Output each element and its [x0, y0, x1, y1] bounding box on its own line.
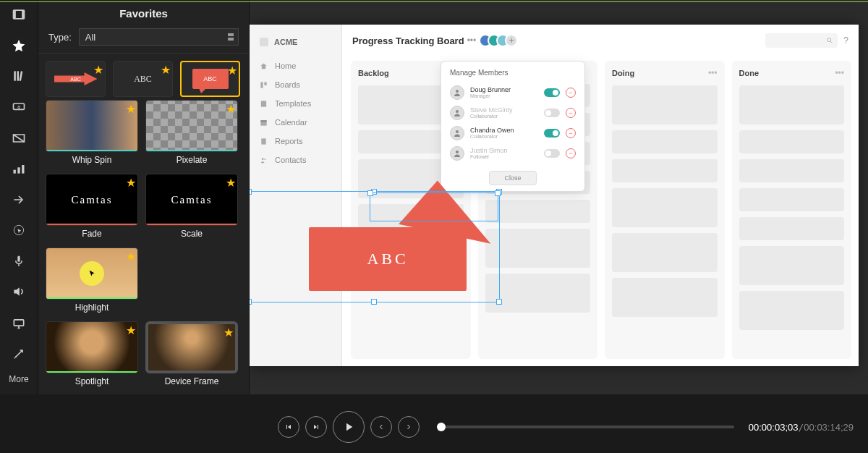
- svg-rect-2: [22, 10, 24, 19]
- star-icon: ★: [93, 63, 103, 77]
- thumb-label: Whip Spin: [72, 155, 112, 165]
- selection-box-inner[interactable]: [370, 192, 498, 221]
- avatar-icon: [450, 85, 464, 100]
- svg-rect-10: [22, 165, 24, 174]
- svg-rect-20: [260, 120, 266, 122]
- thumb-callout-text[interactable]: ★ ABC: [113, 61, 173, 97]
- thumb-fade[interactable]: ★ Camtas Fade: [46, 174, 138, 245]
- member-row: Justin SimonFollower−: [450, 143, 576, 164]
- svg-rect-4: [17, 72, 20, 81]
- member-row: Chandra OwenCollaborator−: [450, 123, 576, 143]
- thumb-highlight[interactable]: ★ Highlight: [46, 247, 138, 318]
- svg-rect-13: [14, 320, 23, 326]
- mock-header: Progress Tracking Board ••• + ?: [342, 25, 859, 56]
- remove-icon: −: [566, 88, 576, 98]
- member-name: Chandra Owen: [470, 127, 538, 135]
- play-button[interactable]: [333, 411, 365, 443]
- thumb-spotlight[interactable]: ★ Spotlight: [46, 321, 138, 392]
- help-icon: ?: [843, 35, 848, 46]
- toggle: [544, 129, 560, 137]
- member-role: Collaborator: [470, 134, 538, 139]
- mock-nav-calendar: Calendar: [250, 113, 341, 132]
- favorites-panel: Favorites Type: All ★ ABC ★ ABC: [38, 0, 250, 394]
- member-name: Steve McGinty: [470, 107, 538, 114]
- member-row: Steve McGintyCollaborator−: [450, 103, 576, 123]
- canvas-area[interactable]: ACME Home Boards Templates Calendar Repo…: [250, 0, 868, 394]
- col-title-backlog: Backlog: [358, 69, 389, 77]
- tool-rail: a More: [0, 0, 38, 394]
- members-popover: Manage Members Doug BrunnerManager−Steve…: [441, 61, 585, 192]
- star-icon: ★: [126, 250, 136, 263]
- star-icon: ★: [227, 64, 237, 77]
- svg-rect-9: [17, 168, 20, 174]
- member-role: Follower: [470, 154, 538, 159]
- svg-rect-8: [14, 170, 16, 174]
- media-bin-icon[interactable]: [8, 4, 30, 25]
- search-input: [765, 33, 838, 48]
- mock-nav-reports: Reports: [250, 132, 341, 151]
- remove-icon: −: [566, 128, 576, 138]
- svg-rect-1: [14, 10, 16, 19]
- thumb-label: Pixelate: [176, 155, 208, 165]
- visual-effects-icon[interactable]: [8, 313, 30, 334]
- audio-icon[interactable]: [8, 281, 30, 302]
- svg-text:a: a: [17, 104, 20, 109]
- next-frame-button[interactable]: [305, 416, 327, 438]
- svg-point-27: [456, 130, 459, 133]
- svg-point-25: [456, 90, 459, 93]
- cursor-icon: [88, 269, 96, 278]
- favorites-icon[interactable]: [8, 35, 30, 56]
- svg-rect-18: [261, 101, 266, 106]
- member-row: Doug BrunnerManager−: [450, 82, 576, 103]
- thumb-callout-speech[interactable]: ★ ABC: [180, 61, 240, 97]
- thumb-label: Fade: [82, 229, 101, 239]
- interactivity-icon[interactable]: [8, 343, 30, 364]
- mock-brand: ACME: [250, 32, 341, 56]
- canvas[interactable]: ACME Home Boards Templates Calendar Repo…: [250, 25, 859, 366]
- thumb-scale[interactable]: ★ Camtas Scale: [145, 174, 238, 245]
- member-role: Collaborator: [470, 114, 538, 119]
- avatar-icon: [450, 106, 464, 120]
- thumb-label: Highlight: [75, 302, 109, 313]
- type-select[interactable]: All: [79, 28, 239, 46]
- star-icon: ★: [126, 176, 136, 190]
- annotations-icon[interactable]: a: [8, 97, 30, 118]
- thumb-callout-arrow[interactable]: ★ ABC: [46, 61, 106, 97]
- voice-icon[interactable]: [8, 251, 30, 272]
- svg-rect-21: [261, 138, 265, 144]
- mock-avatars: +: [483, 34, 518, 47]
- svg-point-15: [14, 357, 15, 359]
- thumb-whip-spin[interactable]: ★ Whip Spin: [46, 100, 138, 171]
- thumb-device-frame[interactable]: ★ Device Frame: [145, 321, 238, 392]
- svg-rect-17: [264, 82, 266, 85]
- member-role: Manager: [470, 93, 538, 98]
- mock-nav-boards: Boards: [250, 75, 341, 94]
- svg-point-23: [264, 158, 265, 160]
- svg-point-26: [456, 110, 459, 113]
- star-icon: ★: [126, 323, 136, 337]
- avatar-icon: [450, 146, 464, 161]
- ellipsis-icon: •••: [467, 35, 477, 46]
- next-clip-button[interactable]: [398, 416, 420, 438]
- col-title-doing: Doing: [612, 69, 634, 77]
- scrubber[interactable]: [437, 426, 734, 428]
- library-icon[interactable]: [8, 66, 30, 87]
- mock-title: Progress Tracking Board: [352, 35, 464, 46]
- more-button[interactable]: More: [9, 374, 28, 384]
- behaviors-icon[interactable]: [8, 158, 30, 179]
- prev-clip-button[interactable]: [370, 416, 392, 438]
- panel-title: Favorites: [38, 0, 249, 25]
- svg-rect-5: [20, 72, 23, 82]
- star-icon: ★: [226, 176, 236, 190]
- prev-frame-button[interactable]: [278, 416, 299, 438]
- star-icon: ★: [224, 326, 234, 339]
- scrubber-knob[interactable]: [437, 423, 446, 431]
- animations-icon[interactable]: [8, 189, 30, 210]
- avatar-icon: [450, 126, 464, 140]
- search-icon: [826, 37, 833, 44]
- popover-close-button: Close: [489, 171, 536, 185]
- thumb-pixelate[interactable]: ★ Pixelate: [145, 100, 238, 171]
- transitions-icon[interactable]: [8, 127, 30, 148]
- cursor-effects-icon[interactable]: [8, 220, 30, 241]
- thumb-label: Device Frame: [165, 376, 219, 386]
